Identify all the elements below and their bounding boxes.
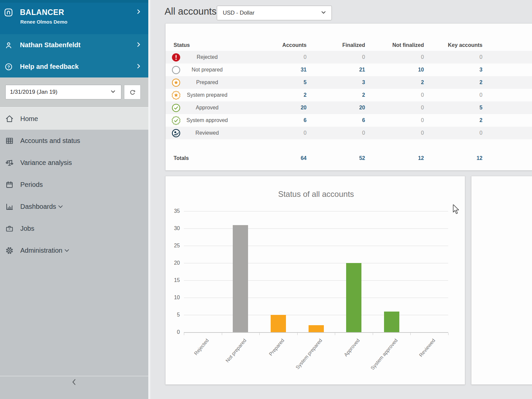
period-value: 1/31/2019 (Jan 19) <box>10 89 110 95</box>
system-prepared-icon <box>166 89 176 101</box>
reviewed-icon <box>166 127 176 139</box>
x-axis-line <box>184 332 448 333</box>
chart-card: Status of all accounts 05101520253035Rej… <box>165 176 465 385</box>
value-cell: 0 <box>239 51 307 64</box>
chevron-down-icon <box>110 88 116 96</box>
sidebar-item-label: Jobs <box>20 225 34 232</box>
x-axis-tick <box>297 333 298 335</box>
value-cell[interactable]: 2 <box>307 89 365 101</box>
value-cell[interactable]: 2 <box>424 114 482 127</box>
value-cell[interactable]: 6 <box>239 114 307 127</box>
totals-value-cell[interactable]: 52 <box>307 152 365 165</box>
value-cell[interactable]: 2 <box>424 76 482 89</box>
y-axis-tick-label: 15 <box>167 277 180 283</box>
table-row-system-prepared: System prepared2200 <box>166 89 532 101</box>
x-axis-category-label: Not prepared <box>224 337 247 363</box>
value-cell[interactable]: 5 <box>239 76 307 89</box>
value-cell[interactable]: 20 <box>307 101 365 114</box>
user-icon <box>4 41 13 50</box>
sidebar-item-label: Administration <box>20 247 63 254</box>
status-table: StatusAccountsFinalizedNot finalizedKey … <box>166 40 532 165</box>
period-strip: 1/31/2019 (Jan 19) <box>0 77 148 107</box>
value-cell[interactable]: 10 <box>365 64 424 76</box>
status-label: System approved <box>176 114 239 127</box>
sidebar: BALANCER Renee Olmos Demo Nathan Stabenf… <box>0 0 148 399</box>
help-label: Help and feedback <box>20 63 79 70</box>
sidebar-item-home[interactable]: Home <box>0 108 148 130</box>
x-axis-category-label: System approved <box>369 337 399 371</box>
bar-approved <box>346 263 361 332</box>
brand-block[interactable]: BALANCER Renee Olmos Demo <box>0 0 148 34</box>
help-and-feedback[interactable]: ? Help and feedback <box>0 56 148 77</box>
currency-value: USD - Dollar <box>223 10 320 16</box>
value-cell[interactable]: 31 <box>239 64 307 76</box>
value-cell: 0 <box>365 51 424 64</box>
period-select[interactable]: 1/31/2019 (Jan 19) <box>5 85 121 99</box>
sidebar-item-accounts-and-status[interactable]: Accounts and status <box>0 130 148 152</box>
bar-system-approved <box>384 312 399 332</box>
value-cell[interactable]: 2 <box>365 76 424 89</box>
value-cell[interactable]: 20 <box>239 101 307 114</box>
collapse-bar <box>0 376 148 399</box>
chevron-right-icon <box>135 41 142 50</box>
column-header-not-finalized: Not finalized <box>365 40 424 51</box>
sidebar-item-variance-analysis[interactable]: Variance analysis <box>0 152 148 174</box>
calendar-icon <box>5 180 14 189</box>
table-row-reviewed: Reviewed0000 <box>166 127 532 139</box>
sidebar-item-jobs[interactable]: Jobs <box>0 217 148 239</box>
chart-title: Status of all accounts <box>184 190 448 199</box>
refresh-button[interactable] <box>124 85 141 99</box>
user-menu[interactable]: Nathan Stabenfeldt <box>0 34 148 56</box>
totals-value-cell[interactable]: 64 <box>239 152 307 165</box>
gridline <box>184 298 448 298</box>
totals-label: Totals <box>166 152 239 165</box>
totals-value-cell[interactable]: 12 <box>365 152 424 165</box>
currency-select[interactable]: USD - Dollar <box>217 6 332 20</box>
sidebar-item-label: Accounts and status <box>20 137 80 145</box>
table-icon <box>5 136 14 145</box>
value-cell: 0 <box>365 89 424 101</box>
gridline <box>184 263 448 263</box>
brand-name: BALANCER <box>20 8 64 17</box>
x-axis-tick <box>410 333 411 335</box>
sidebar-item-dashboards[interactable]: Dashboards <box>0 196 148 217</box>
value-cell[interactable]: 21 <box>307 64 365 76</box>
sidebar-nav: HomeAccounts and statusVariance analysis… <box>0 107 148 261</box>
x-axis-category-label: Rejected <box>193 337 210 356</box>
value-cell[interactable]: 3 <box>424 64 482 76</box>
y-axis-tick-label: 25 <box>167 243 180 249</box>
user-block: Nathan Stabenfeldt ? Help and feedback <box>0 34 148 77</box>
totals-value-cell[interactable]: 12 <box>424 152 482 165</box>
table-row-prepared: Prepared5322 <box>166 76 532 89</box>
mouse-cursor <box>453 204 462 216</box>
value-cell: 0 <box>365 114 424 127</box>
chevron-down-icon <box>63 247 70 255</box>
sidebar-item-periods[interactable]: Periods <box>0 174 148 196</box>
value-cell[interactable]: 2 <box>239 89 307 101</box>
gridline <box>184 246 448 246</box>
scales-icon <box>5 158 14 167</box>
y-axis-tick-label: 10 <box>167 295 180 301</box>
table-row-approved: Approved202005 <box>166 101 532 114</box>
value-cell[interactable]: 5 <box>424 101 482 114</box>
not-prepared-icon <box>166 64 176 76</box>
x-axis-tick <box>448 333 449 335</box>
refresh-icon <box>129 88 136 96</box>
value-cell[interactable]: 6 <box>307 114 365 127</box>
status-label: Reviewed <box>176 127 239 139</box>
help-icon: ? <box>4 63 13 71</box>
system-approved-icon <box>166 114 176 127</box>
table-row-not-prepared: Not prepared3121103 <box>166 64 532 76</box>
status-label: Rejected <box>176 51 239 64</box>
balancer-logo-icon <box>4 8 13 17</box>
value-cell[interactable]: 3 <box>307 76 365 89</box>
sidebar-item-administration[interactable]: Administration <box>0 239 148 261</box>
table-row-system-approved: System approved6602 <box>166 114 532 127</box>
sidebar-divider <box>148 0 150 399</box>
page-title: All accounts <box>165 6 216 17</box>
gridline <box>184 228 448 229</box>
column-header-status: Status <box>166 40 239 51</box>
collapse-sidebar-button[interactable] <box>70 378 78 388</box>
x-axis-category-label: Prepared <box>268 337 285 357</box>
home-icon <box>5 114 14 123</box>
